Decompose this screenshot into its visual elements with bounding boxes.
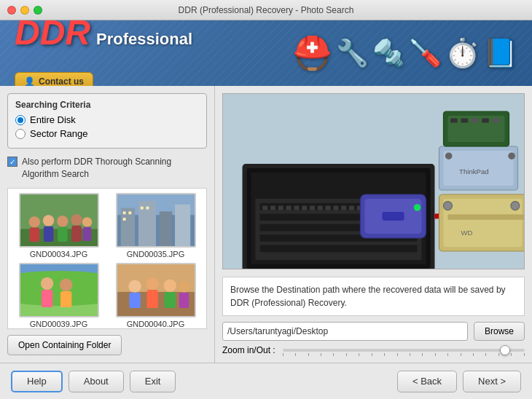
right-panel: WD ThinkPad xyxy=(215,86,532,363)
person-icon: 👤 xyxy=(24,76,35,86)
svg-rect-37 xyxy=(164,292,175,308)
svg-point-34 xyxy=(146,277,158,289)
entire-disk-radio[interactable] xyxy=(15,115,26,125)
maximize-button[interactable] xyxy=(34,6,42,15)
sector-range-label: Sector Range xyxy=(30,128,88,139)
svg-rect-56 xyxy=(310,206,315,210)
browse-info-box: Browse the Destination path where the re… xyxy=(222,277,525,316)
svg-rect-27 xyxy=(41,290,52,307)
browse-label: Browse xyxy=(485,326,514,336)
svg-point-71 xyxy=(444,202,453,210)
contact-button[interactable]: 👤 Contact us xyxy=(15,72,93,86)
svg-rect-59 xyxy=(333,206,338,210)
thumbnail-image-0[interactable] xyxy=(19,193,99,248)
svg-rect-86 xyxy=(493,119,500,123)
minimize-button[interactable] xyxy=(20,6,29,15)
bottom-right-buttons: < Back Next > xyxy=(397,371,521,392)
back-button[interactable]: < Back xyxy=(397,371,457,392)
svg-rect-50 xyxy=(262,206,267,210)
svg-rect-53 xyxy=(286,206,292,210)
svg-point-28 xyxy=(59,278,71,291)
exit-label: Exit xyxy=(145,376,161,387)
help-button[interactable]: Help xyxy=(11,371,63,392)
window-controls xyxy=(7,6,42,15)
next-button[interactable]: Next > xyxy=(463,371,521,392)
browse-button[interactable]: Browse xyxy=(474,322,525,341)
zoom-slider[interactable] xyxy=(283,349,525,352)
sector-range-radio[interactable] xyxy=(15,129,26,139)
header-banner: DDR Professional 👤 Contact us ⛑️ 🔧 🔩 🪛 ⏱… xyxy=(0,20,532,86)
thumbnail-label-1: GND00035.JPG xyxy=(127,250,184,258)
main-content: Searching Criteria Entire Disk Sector Ra… xyxy=(0,86,532,363)
svg-point-8 xyxy=(71,214,82,225)
svg-rect-3 xyxy=(29,227,39,241)
svg-rect-60 xyxy=(341,206,346,210)
svg-rect-58 xyxy=(326,206,331,210)
svg-rect-54 xyxy=(294,206,299,210)
svg-rect-33 xyxy=(129,292,140,307)
svg-rect-84 xyxy=(472,119,479,123)
open-folder-button[interactable]: Open Containing Folder xyxy=(7,335,122,355)
svg-rect-89 xyxy=(383,212,404,221)
svg-rect-55 xyxy=(302,206,307,210)
svg-rect-16 xyxy=(159,211,171,246)
thorough-scan-area[interactable]: ✓ Also perform DDR Thorough Scanning Alg… xyxy=(7,156,207,181)
svg-rect-7 xyxy=(58,226,67,241)
open-folder-label: Open Containing Folder xyxy=(18,340,111,350)
svg-rect-22 xyxy=(146,206,149,209)
about-button[interactable]: About xyxy=(69,371,124,392)
entire-disk-option[interactable]: Entire Disk xyxy=(15,114,199,125)
svg-point-38 xyxy=(178,281,189,292)
wrench-icon: 🪛 xyxy=(409,38,442,68)
svg-rect-21 xyxy=(140,206,143,209)
sector-range-option[interactable]: Sector Range xyxy=(15,128,199,139)
thumbnail-image-2[interactable] xyxy=(19,263,99,317)
svg-rect-70 xyxy=(444,199,523,247)
thumbnail-item[interactable]: GND00039.JPG xyxy=(12,263,105,328)
left-panel: Searching Criteria Entire Disk Sector Ra… xyxy=(0,86,215,363)
thumbnail-image-3[interactable] xyxy=(116,263,196,317)
thumbnail-item[interactable]: GND00035.JPG xyxy=(109,193,202,258)
hardhat-icon: ⛑️ xyxy=(292,34,332,72)
svg-rect-51 xyxy=(270,206,275,210)
svg-rect-9 xyxy=(71,225,81,241)
zoom-label: Zoom in/Out : xyxy=(222,345,275,355)
svg-point-90 xyxy=(414,204,421,211)
path-input[interactable] xyxy=(222,322,468,341)
thorough-scan-checkbox[interactable]: ✓ xyxy=(7,157,17,167)
logo-area: DDR Professional 👤 Contact us xyxy=(15,20,192,86)
svg-rect-29 xyxy=(60,291,71,307)
thumbnail-label-2: GND00039.JPG xyxy=(30,320,87,328)
svg-point-10 xyxy=(82,217,91,226)
zoom-ticks xyxy=(283,353,525,356)
svg-point-25 xyxy=(20,271,98,306)
criteria-title: Searching Criteria xyxy=(15,100,199,110)
criteria-box: Searching Criteria Entire Disk Sector Ra… xyxy=(7,93,207,149)
bottom-bar: Help About Exit < Back Next > xyxy=(0,363,532,399)
svg-point-6 xyxy=(57,216,68,226)
svg-rect-73 xyxy=(448,215,525,220)
tools-icon: 🔧 xyxy=(336,38,369,68)
svg-rect-5 xyxy=(43,226,52,241)
exit-button[interactable]: Exit xyxy=(130,371,176,392)
svg-text:ThinkPad: ThinkPad xyxy=(459,167,489,175)
svg-rect-82 xyxy=(450,119,458,123)
svg-rect-57 xyxy=(318,206,323,210)
zoom-row: Zoom in/Out : xyxy=(222,345,525,355)
about-label: About xyxy=(84,376,109,387)
svg-point-78 xyxy=(508,152,515,159)
titlebar: DDR (Professional) Recovery - Photo Sear… xyxy=(0,0,532,20)
next-label: Next > xyxy=(478,376,506,387)
svg-rect-83 xyxy=(461,119,469,123)
back-label: < Back xyxy=(412,376,442,387)
thumbnail-item[interactable]: GND00040.JPG xyxy=(109,263,202,328)
zoom-thumb[interactable] xyxy=(500,345,510,355)
svg-point-2 xyxy=(28,216,39,227)
svg-rect-18 xyxy=(122,211,125,214)
svg-point-72 xyxy=(511,202,520,210)
svg-text:WD: WD xyxy=(461,229,473,237)
thumbnail-item[interactable]: GND00034.JPG xyxy=(12,193,105,258)
thumbnail-image-1[interactable] xyxy=(116,193,196,248)
svg-rect-35 xyxy=(146,290,157,308)
close-button[interactable] xyxy=(7,6,16,15)
